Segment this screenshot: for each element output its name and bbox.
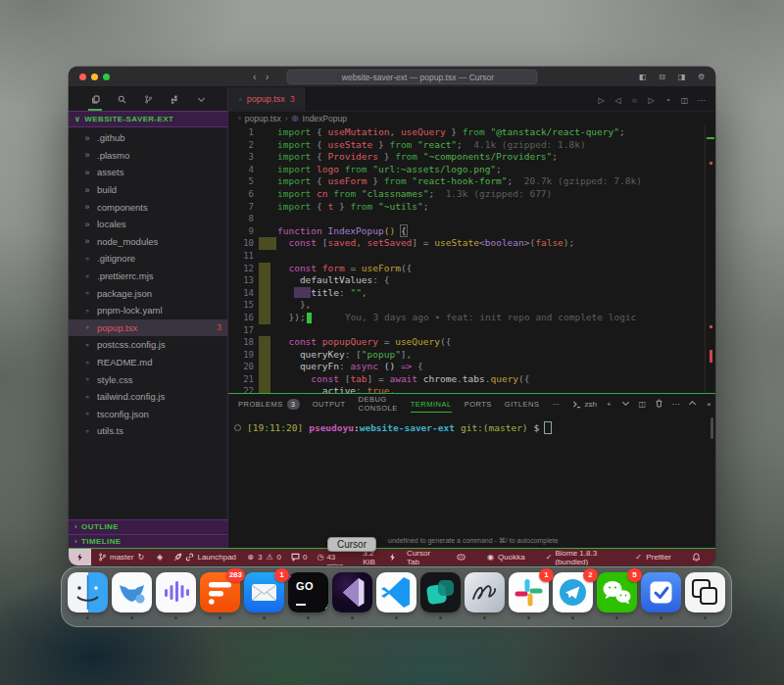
dock-item-finder[interactable] xyxy=(68,572,108,626)
panel-tab-gitlens[interactable]: GITLENS xyxy=(505,394,540,414)
more-actions-button[interactable]: ⋯ xyxy=(697,94,706,105)
tree-item-tsconfig-json[interactable]: ▫tsconfig.json xyxy=(69,406,227,423)
history-back-button[interactable]: ‹ xyxy=(253,71,257,82)
split-editor-button[interactable]: ◫ xyxy=(680,94,689,105)
toggle-primary-sidebar-button[interactable]: ◧ xyxy=(637,72,648,82)
nav-forward-button[interactable]: ▷ xyxy=(647,94,656,105)
status-remote-indicator[interactable] xyxy=(69,549,91,565)
dock-item-telegram[interactable]: 2 xyxy=(553,572,593,626)
tree-item-popup-tsx[interactable]: ▫popup.tsx3 xyxy=(69,319,227,337)
dock-item-terminal-app[interactable] xyxy=(420,572,461,626)
dock-item-goland[interactable]: GO xyxy=(288,572,328,626)
tree-item-postcss-config-js[interactable]: ▫postcss.config.js xyxy=(69,336,227,354)
tree-item-utils-ts[interactable]: ▫utils.ts xyxy=(69,422,227,440)
status-prettier[interactable]: ✓Prettier xyxy=(629,549,676,565)
close-window-button[interactable] xyxy=(79,73,86,80)
dock-item-wechat[interactable]: 5 xyxy=(597,572,637,626)
status-problems[interactable]: ⊗3⚠0 xyxy=(241,549,286,565)
dock-item-todo-app[interactable] xyxy=(641,572,681,626)
history-button[interactable]: ◔ xyxy=(663,94,672,105)
code-line-11[interactable]: 11 xyxy=(228,250,715,263)
status-cursor-tab[interactable]: Cursor Tab xyxy=(402,549,441,565)
explorer-section-header[interactable]: ∨ WEBSITE-SAVER-EXT xyxy=(69,111,227,127)
terminal-scrollbar[interactable] xyxy=(710,417,713,439)
history-forward-button[interactable]: › xyxy=(266,71,270,82)
dock-item-mail[interactable]: 1 xyxy=(244,572,284,626)
status-copilot[interactable] xyxy=(452,549,470,565)
code-line-8[interactable]: 8 xyxy=(228,213,715,225)
activity-explorer-button[interactable] xyxy=(87,91,103,107)
status-git-branch[interactable]: master↻ xyxy=(93,549,150,565)
dock-item-waveform-app[interactable] xyxy=(156,572,196,626)
command-center-search[interactable]: website-saver-ext — popup.tsx — Cursor xyxy=(286,70,537,84)
status-quokka[interactable]: ◉Quokka xyxy=(481,549,530,565)
tree-item--gitignore[interactable]: ▫.gitignore xyxy=(69,250,227,268)
code-line-14[interactable]: 14 title: "", xyxy=(228,287,715,300)
panel-tab-problems[interactable]: PROBLEMS3 xyxy=(238,394,300,414)
code-line-19[interactable]: 19 queryKey: ["popup"], xyxy=(228,349,715,362)
terminal[interactable]: [19:11:20] pseudoyu : website-saver-ext … xyxy=(228,414,715,548)
tree-item-locales[interactable]: »locales xyxy=(69,216,227,233)
code-line-17[interactable]: 17 xyxy=(228,324,715,337)
activity-collapse-menu-button[interactable] xyxy=(193,91,209,107)
tree-item-assets[interactable]: »assets xyxy=(69,164,227,181)
maximize-panel-button[interactable] xyxy=(688,399,697,410)
tree-item-package-json[interactable]: ▫package.json xyxy=(69,284,227,302)
outline-section-header[interactable]: › OUTLINE xyxy=(69,519,227,534)
tree-item--github[interactable]: ».github xyxy=(69,129,227,147)
activity-source-control-button[interactable] xyxy=(140,91,156,107)
nav-back-button[interactable]: ◁ xyxy=(613,94,622,105)
new-terminal-button[interactable]: + xyxy=(605,399,613,409)
activity-search-button[interactable] xyxy=(114,91,129,107)
dock-item-cursor-ide[interactable] xyxy=(332,572,372,626)
settings-button[interactable]: ⚙ xyxy=(696,72,707,82)
tree-item-node-modules[interactable]: »node_modules xyxy=(69,233,227,251)
panel-tab-ports[interactable]: PORTS xyxy=(465,394,492,414)
tree-item-readme-md[interactable]: ▫README.md xyxy=(69,354,227,371)
toggle-panel-button[interactable]: ⊟ xyxy=(657,72,667,82)
tree-item--prettierrc-mjs[interactable]: ▫.prettierrc.mjs xyxy=(69,268,227,285)
panel-tab-terminal[interactable]: TERMINAL xyxy=(411,394,452,414)
code-line-3[interactable]: 3import { Providers } from "~components/… xyxy=(228,151,715,164)
status-gitlens[interactable]: ◈ xyxy=(150,549,169,565)
panel-tab-output[interactable]: OUTPUT xyxy=(313,394,346,414)
panel-tab-debug-console[interactable]: DEBUG CONSOLE xyxy=(359,394,398,414)
code-line-16[interactable]: 16 }); You, 3 days ago • feat: init repo… xyxy=(228,312,715,324)
dock-item-fox-app[interactable] xyxy=(112,572,152,626)
dock-item-feed-app[interactable]: 283 xyxy=(200,572,240,626)
code-line-20[interactable]: 20 queryFn: async () => { xyxy=(228,361,715,373)
code-line-10[interactable]: 10 const [saved, setSaved] = useState<bo… xyxy=(228,237,715,250)
code-line-2[interactable]: 2import { useState } from "react"; 4.1k … xyxy=(228,139,715,152)
split-terminal-button[interactable]: ◫ xyxy=(638,399,647,409)
record-button[interactable]: ○ xyxy=(630,94,639,105)
status-biome[interactable]: ✓Biome 1.8.3 (bundled) xyxy=(541,549,619,565)
tree-item-build[interactable]: »build xyxy=(69,181,227,199)
code-line-9[interactable]: 9function IndexPopup() { xyxy=(228,225,715,238)
tree-item-style-css[interactable]: ▫style.css xyxy=(69,370,227,388)
status-notifications[interactable] xyxy=(687,549,706,565)
code-line-13[interactable]: 13 defaultValues: { xyxy=(228,274,715,287)
minimize-window-button[interactable] xyxy=(91,73,98,80)
breadcrumb[interactable]: ▫ popup.tsx › ◎ IndexPopup xyxy=(228,112,715,124)
kill-terminal-button[interactable] xyxy=(655,399,663,410)
code-line-21[interactable]: 21 const [tab] = await chrome.tabs.query… xyxy=(228,373,715,386)
zoom-window-button[interactable] xyxy=(103,73,110,80)
dock-item-slack[interactable]: 1 xyxy=(509,572,549,626)
code-line-4[interactable]: 4import logo from "url:~assets/logo.png"… xyxy=(228,164,715,176)
dock-item-screenshot-app[interactable] xyxy=(685,572,725,626)
activity-extensions-button[interactable] xyxy=(167,91,182,107)
launch-profile-button[interactable] xyxy=(621,399,630,410)
timeline-section-header[interactable]: › TIMELINE xyxy=(69,534,227,549)
tab-popup-tsx[interactable]: ▫ popup.tsx 3 xyxy=(228,87,307,111)
dock-item-scribble-app[interactable] xyxy=(465,572,505,626)
code-line-7[interactable]: 7import { t } from "~utils"; xyxy=(228,201,715,214)
close-panel-button[interactable]: × xyxy=(705,399,713,409)
code-line-5[interactable]: 5import { useForm } from "react-hook-for… xyxy=(228,175,715,188)
status-feedback[interactable]: 0 xyxy=(286,549,312,565)
toggle-secondary-sidebar-button[interactable]: ◨ xyxy=(676,72,687,82)
tree-item-tailwind-config-js[interactable]: ▫tailwind.config.js xyxy=(69,388,227,406)
code-line-18[interactable]: 18 const popupQuery = useQuery({ xyxy=(228,336,715,349)
panel-tab--[interactable]: ⋯ xyxy=(552,394,560,414)
status-flash[interactable] xyxy=(383,549,402,565)
code-line-6[interactable]: 6import cn from "classnames"; 1.3k (gzip… xyxy=(228,188,715,201)
